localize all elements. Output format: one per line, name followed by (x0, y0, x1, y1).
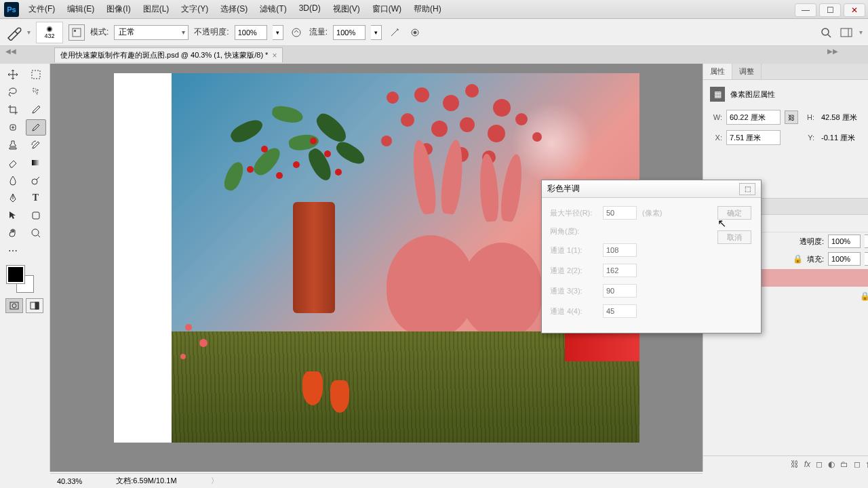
maximize-button[interactable]: ☐ (819, 3, 841, 17)
color-swatch[interactable] (7, 266, 34, 293)
collapse-left-icon[interactable]: ◀◀ (5, 47, 16, 55)
flow-input[interactable]: 100% (333, 25, 366, 40)
link-layers-icon[interactable]: ⛓ (791, 460, 799, 469)
fx-icon[interactable]: fx (804, 460, 810, 469)
history-brush-tool[interactable] (26, 137, 46, 153)
dodge-tool[interactable] (26, 172, 46, 188)
menu-file[interactable]: 文件(F) (23, 1, 60, 18)
ch1-input[interactable]: 108 (603, 243, 637, 257)
tab-adjustments[interactable]: 调整 (732, 64, 762, 79)
brush-tool[interactable] (26, 119, 46, 136)
marquee-tool[interactable] (26, 66, 46, 83)
menu-layer[interactable]: 图层(L) (138, 1, 175, 18)
hand-tool[interactable] (3, 225, 23, 241)
foreground-color[interactable] (7, 266, 24, 283)
close-button[interactable]: ✕ (844, 3, 865, 17)
blend-mode-select[interactable]: 正常 (114, 25, 189, 40)
ch2-input[interactable]: 162 (603, 264, 637, 277)
layers-menu-icon[interactable]: ≡ (864, 199, 868, 214)
svg-rect-1 (74, 30, 76, 32)
menubar: 文件(F) 编辑(E) 图像(I) 图层(L) 文字(Y) 选择(S) 滤镜(T… (23, 1, 447, 18)
layer-fill-input[interactable]: 100% (828, 252, 861, 266)
zoom-tool[interactable] (26, 225, 46, 241)
workspace-icon[interactable] (839, 25, 854, 40)
ch4-input[interactable]: 45 (603, 304, 637, 318)
shape-tool[interactable] (26, 207, 46, 224)
opacity-dropdown[interactable]: ▾ (273, 25, 283, 40)
lock-icon[interactable]: 🔒 (793, 254, 803, 264)
standard-mode[interactable] (5, 298, 23, 313)
type-tool[interactable]: T (26, 190, 46, 206)
x-input[interactable]: 7.51 厘米 (726, 130, 781, 145)
menu-type[interactable]: 文字(Y) (176, 1, 214, 18)
crop-tool[interactable] (3, 102, 23, 118)
collapse-right-icon[interactable]: ▶▶ (827, 47, 838, 55)
flow-dropdown[interactable]: ▾ (371, 25, 382, 40)
move-tool[interactable] (3, 66, 23, 83)
menu-view[interactable]: 视图(V) (328, 1, 366, 18)
layer-opacity-input[interactable]: 100% (828, 235, 861, 248)
pressure-size-icon[interactable] (408, 25, 422, 40)
stamp-tool[interactable] (3, 137, 23, 153)
tab-properties[interactable]: 属性 (703, 64, 732, 79)
width-input[interactable]: 60.22 厘米 (726, 110, 781, 125)
eraser-tool[interactable] (3, 155, 23, 171)
svg-point-17 (32, 229, 39, 236)
tab-close-icon[interactable]: × (272, 51, 277, 60)
menu-window[interactable]: 窗口(W) (367, 1, 407, 18)
color-halftone-dialog: 彩色半调 ⬚ 最大半径(R): 50 (像素) 网角(度): 通道 1(1): … (541, 180, 762, 333)
healing-tool[interactable] (3, 119, 23, 136)
adjustment-layer-icon[interactable]: ◐ (828, 460, 835, 469)
mask-icon[interactable]: ◻ (816, 460, 823, 469)
status-arrow-icon[interactable]: 〉 (211, 476, 218, 486)
svg-line-18 (38, 235, 40, 237)
document-tab[interactable]: 使用快速蒙版制作有趣的斑点图.psd @ 40.3% (1, 快速蒙版/8) *… (54, 47, 283, 62)
properties-panel: ▦ 像素图层属性 W: 60.22 厘米 ⛓ H: 42.58 厘米 X: 7.… (703, 80, 868, 157)
minimize-button[interactable]: — (795, 3, 816, 17)
zoom-level[interactable]: 40.33% (57, 477, 82, 485)
dialog-cancel-button[interactable]: 取消 (717, 230, 751, 244)
path-select-tool[interactable] (3, 207, 23, 224)
menu-select[interactable]: 选择(S) (215, 1, 253, 18)
gradient-tool[interactable] (26, 155, 46, 171)
lasso-tool[interactable] (3, 84, 23, 100)
dialog-ok-button[interactable]: 确定 (717, 206, 751, 220)
panel-menu-icon[interactable]: ≡ (864, 64, 868, 79)
quickmask-mode[interactable] (26, 298, 43, 313)
layer-fill-label: 填充: (807, 254, 824, 264)
brush-panel-toggle[interactable] (68, 24, 85, 41)
current-tool-icon[interactable] (5, 24, 22, 41)
doc-size[interactable]: 文档:6.59M/10.1M (116, 476, 176, 486)
new-layer-icon[interactable]: ◻ (854, 460, 861, 469)
airbrush-icon[interactable] (387, 25, 402, 40)
edit-toolbar[interactable]: ⋯ (3, 243, 23, 259)
menu-image[interactable]: 图像(I) (101, 1, 136, 18)
layer-fill-dropdown[interactable]: ▾ (865, 252, 868, 266)
layer-opacity-dropdown[interactable]: ▾ (865, 235, 868, 248)
quick-select-tool[interactable] (26, 84, 46, 100)
pressure-opacity-icon[interactable] (289, 25, 304, 40)
opacity-input[interactable]: 100% (235, 25, 267, 40)
ch1-label: 通道 1(1): (550, 245, 597, 256)
blur-tool[interactable] (3, 172, 23, 188)
svg-point-14 (32, 179, 37, 184)
flow-label: 流量: (309, 26, 328, 38)
brush-preview[interactable]: 432 (36, 22, 63, 43)
eyedropper-tool[interactable] (26, 102, 46, 118)
menu-help[interactable]: 帮助(H) (408, 1, 447, 18)
menu-3d[interactable]: 3D(D) (294, 1, 326, 18)
height-input[interactable]: 42.58 厘米 (818, 110, 868, 125)
link-wh-icon[interactable]: ⛓ (785, 110, 798, 124)
menu-filter[interactable]: 滤镜(T) (254, 1, 292, 18)
search-icon[interactable] (818, 25, 833, 40)
pen-tool[interactable] (3, 190, 23, 206)
menu-edit[interactable]: 编辑(E) (62, 1, 100, 18)
group-icon[interactable]: 🗀 (840, 460, 848, 469)
y-input[interactable]: -0.11 厘米 (818, 130, 868, 145)
layer-lock-indicator[interactable]: 🔒 (860, 291, 868, 301)
dialog-close-icon[interactable]: ⬚ (739, 183, 755, 195)
dialog-titlebar[interactable]: 彩色半调 ⬚ (542, 180, 761, 198)
ch3-input[interactable]: 90 (603, 284, 637, 298)
max-radius-input[interactable]: 50 (603, 206, 637, 220)
window-controls: — ☐ ✕ (795, 2, 868, 17)
